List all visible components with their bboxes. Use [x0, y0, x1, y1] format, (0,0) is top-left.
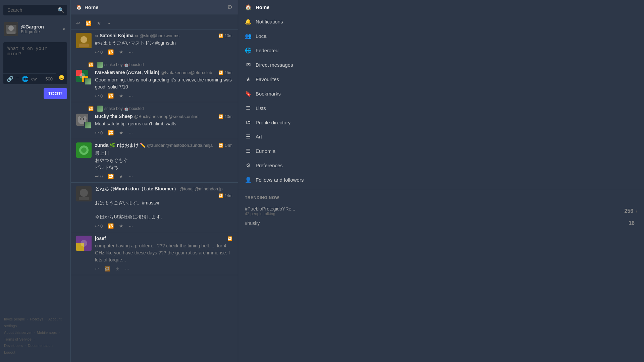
nav-item-federated[interactable]: 🌐 Federated [238, 43, 644, 58]
boost-action[interactable]: 🔁 [108, 49, 114, 55]
more-action[interactable]: ··· [129, 130, 133, 135]
reply-action[interactable]: ↩ 0 [95, 49, 103, 55]
post-author[interactable]: Bucky the Sheep [95, 114, 133, 119]
search-icon: 🔍 [58, 7, 64, 13]
nav-item-preferences[interactable]: ⚙ Preferences [238, 158, 644, 173]
post-avatar[interactable] [76, 33, 92, 48]
nav-item-profile-directory[interactable]: 🗂 Profile directory [238, 115, 644, 129]
booster-avatar [97, 62, 103, 68]
invite-people-link[interactable]: Invite people [4, 317, 25, 321]
fav-action[interactable]: ★ [119, 93, 123, 99]
poll-button[interactable]: ≡ [16, 76, 19, 82]
relay-icon: ⇔ [95, 34, 98, 38]
terms-link[interactable]: Terms of Service [4, 337, 32, 341]
more-action[interactable]: ··· [125, 266, 129, 272]
post-author[interactable]: zunda 🌿 nはおまけ ✏️ [95, 142, 146, 148]
svg-point-5 [80, 36, 87, 43]
post-time: 🔁 [227, 236, 232, 241]
boost-action[interactable]: 🔁 [104, 266, 110, 272]
reply-action[interactable]: ↩ 0 [95, 93, 103, 99]
hotkeys-link[interactable]: Hotkeys [30, 317, 44, 321]
post-content: IvaFakeName (ACAB, Villain) @Ivafakename… [76, 70, 232, 99]
more-action[interactable]: ··· [129, 223, 133, 229]
toot-button[interactable]: TOOT! [44, 88, 67, 99]
fav-action[interactable]: ★ [97, 20, 101, 26]
feed-settings-button[interactable]: ⚙ [227, 3, 232, 11]
post-author[interactable]: Satoshi Kojima [100, 33, 133, 38]
fav-action[interactable]: ★ [119, 130, 123, 135]
nav-item-eunomia[interactable]: ☰ Eunomia [238, 144, 644, 158]
more-action[interactable]: ··· [106, 20, 110, 26]
post-time: 🔁 13m [218, 114, 232, 119]
fav-action[interactable]: ★ [119, 223, 123, 229]
post-content: とねち @Minoh-don（Late Bloomer） @toneji@min… [76, 186, 232, 229]
svg-rect-22 [79, 197, 89, 200]
mobile-apps-link[interactable]: Mobile apps [37, 330, 57, 335]
nav-item-bookmarks[interactable]: 🔖 Bookmarks [238, 86, 644, 101]
account-dropdown-button[interactable]: ▾ [61, 25, 66, 33]
developers-link[interactable]: Developers [4, 344, 23, 348]
emoji-button[interactable]: 😊 [56, 73, 67, 81]
post-handle: @skoj@bookwor.ms [140, 33, 179, 38]
boost-action[interactable]: 🔁 [108, 174, 114, 179]
attach-button[interactable]: 🔗 [7, 76, 13, 82]
right-sidebar: 🏠 Home 🔔 Notifications 👥 Local 🌐 Federat… [238, 0, 644, 362]
nav-item-favourites[interactable]: ★ Favourites [238, 72, 644, 86]
trending-item[interactable]: #husky 16 [245, 218, 637, 228]
reply-action[interactable]: ↩ 0 [95, 223, 103, 229]
more-icon: ··· [125, 266, 129, 272]
fav-action[interactable]: ★ [115, 266, 120, 272]
fav-action[interactable]: ★ [119, 49, 123, 55]
nav-item-lists[interactable]: ☰ Lists [238, 101, 644, 115]
post-author[interactable]: IvaFakeName (ACAB, Villain) [95, 70, 159, 75]
cw-button[interactable]: cw [31, 76, 37, 81]
boost-line: 🔁 snake boy 🤖 boosted [76, 106, 232, 112]
avatar[interactable] [4, 22, 18, 36]
nav-label-favourites: Favourites [256, 76, 637, 82]
nav-label-follows-followers: Follows and followers [256, 177, 637, 183]
post-author[interactable]: josef [95, 236, 106, 241]
nav-item-follows-followers[interactable]: 👤 Follows and followers [238, 173, 644, 187]
globe-button[interactable]: 🌐 [22, 76, 29, 82]
reply-action[interactable]: ↩ 0 [95, 174, 103, 179]
boost-action[interactable]: 🔁 [86, 20, 91, 26]
more-action[interactable]: ··· [129, 49, 133, 55]
account-edit-label[interactable]: Edit profile [21, 29, 61, 34]
logout-link[interactable]: Logout [4, 350, 15, 354]
compose-textarea[interactable] [3, 42, 67, 72]
post-actions: ↩ 🔁 ★ ··· [76, 20, 232, 26]
svg-point-16 [83, 118, 84, 120]
post-avatar[interactable] [76, 236, 92, 251]
preferences-nav-icon: ⚙ [245, 162, 252, 169]
main-feed: 🏠 Home ⚙ ↩ 🔁 ★ ··· [70, 0, 238, 362]
reply-action[interactable]: ↩ [95, 266, 99, 272]
nav-item-direct-messages[interactable]: ✉ Direct messages [238, 58, 644, 72]
more-action[interactable]: ··· [129, 174, 133, 179]
post-time: 🔁 14m [218, 193, 232, 198]
post-avatar[interactable] [76, 186, 92, 201]
nav-item-home[interactable]: 🏠 Home [238, 0, 644, 14]
boost-action[interactable]: 🔁 [108, 130, 114, 135]
documentation-link[interactable]: Documentation [28, 344, 53, 348]
home-nav-icon: 🏠 [245, 4, 252, 10]
fav-action[interactable]: ★ [119, 174, 123, 179]
post-author[interactable]: とねち @Minoh-don（Late Bloomer） [95, 186, 178, 192]
star-icon: ★ [119, 174, 123, 179]
trending-item[interactable]: #PuebloProtegidoYRe... 42 people talking… [245, 204, 637, 218]
boosted-label: boosted [129, 62, 144, 67]
table-row: zunda 🌿 nはおまけ ✏️ @zundan@mastodon.zunda.… [71, 139, 238, 183]
post-avatar[interactable] [76, 114, 92, 129]
about-server-link[interactable]: About this server [4, 330, 32, 335]
reply-action[interactable]: ↩ 0 [95, 130, 103, 135]
boost-action[interactable]: 🔁 [108, 223, 114, 229]
nav-item-notifications[interactable]: 🔔 Notifications [238, 14, 644, 29]
feed-header: 🏠 Home ⚙ [71, 0, 238, 14]
nav-item-local[interactable]: 👥 Local [238, 29, 644, 43]
nav-item-art[interactable]: ☰ Art [238, 129, 644, 144]
more-action[interactable]: ··· [129, 93, 133, 99]
post-avatar[interactable] [76, 70, 92, 85]
post-avatar[interactable] [76, 142, 92, 158]
reply-action[interactable]: ↩ [76, 20, 80, 26]
boost-action[interactable]: 🔁 [108, 93, 114, 99]
booster-avatar [97, 106, 103, 112]
